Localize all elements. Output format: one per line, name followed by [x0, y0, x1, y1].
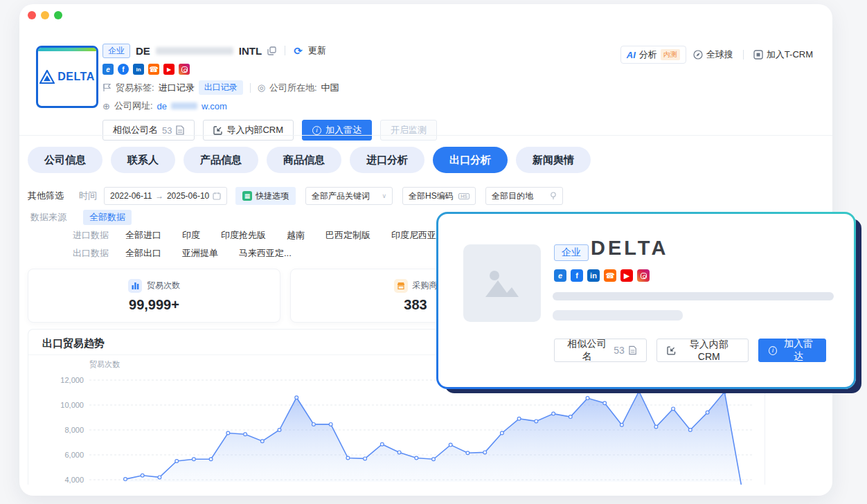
join-tcrm-button[interactable]: 加入T-CRM — [753, 48, 813, 61]
linkedin-icon[interactable]: in — [587, 269, 600, 282]
tab[interactable]: 进口分析 — [350, 147, 424, 173]
tab[interactable]: 出口分析 — [433, 147, 508, 173]
tab[interactable]: 公司信息 — [28, 147, 102, 173]
tab[interactable]: 联系人 — [111, 147, 175, 173]
import-data-label: 进口数据 — [73, 229, 109, 242]
company-name-masked — [156, 47, 233, 55]
data-source-row: 数据来源 全部数据 — [28, 208, 503, 226]
close-window-icon[interactable] — [28, 11, 36, 19]
buyers-value: 383 — [404, 297, 427, 313]
window-controls — [28, 11, 62, 19]
browser-icon[interactable]: e — [102, 64, 114, 75]
import-option[interactable]: 全部进口 — [125, 230, 161, 240]
quick-options-button[interactable]: ▦ 快捷选项 — [235, 187, 296, 205]
divider — [743, 50, 744, 60]
export-option[interactable]: 马来西亚定... — [239, 248, 292, 258]
company-header: 企业 DE INTL ⟳ 更新 e f in ☎ ▶ — [102, 42, 650, 141]
maximize-window-icon[interactable] — [54, 11, 62, 19]
company-logo: DELTA — [36, 46, 98, 108]
copy-icon[interactable] — [267, 46, 276, 55]
similar-companies-button[interactable]: 相似公司名 53 — [102, 120, 195, 141]
ai-analysis-button[interactable]: AI 分析 内测 — [620, 46, 686, 64]
page: DELTA 企业 DE INTL ⟳ 更新 e f in ☎ ▶ — [0, 0, 867, 504]
minimize-window-icon[interactable] — [41, 11, 49, 19]
date-range-picker[interactable]: 2022-06-11 → 2025-06-10 — [104, 187, 227, 205]
phone-icon[interactable]: ☎ — [604, 269, 616, 282]
import-option[interactable]: 印度 — [182, 230, 200, 240]
tab[interactable]: 产品信息 — [184, 147, 258, 173]
trade-label-title: 贸易标签: — [116, 82, 154, 94]
info-circle-icon: i — [769, 346, 777, 355]
import-option[interactable]: 印度抢先版 — [221, 230, 266, 240]
data-source-panel: 数据来源 全部数据 进口数据 全部进口印度印度抢先版越南巴西定制版印度尼西亚..… — [28, 208, 503, 262]
youtube-icon[interactable]: ▶ — [163, 64, 175, 75]
instagram-icon[interactable] — [179, 64, 190, 75]
other-filters-label[interactable]: 其他筛选 — [28, 190, 64, 202]
linkedin-icon[interactable]: in — [133, 64, 144, 75]
import-record-label: 进口记录 — [159, 82, 195, 94]
refresh-label[interactable]: 更新 — [308, 44, 326, 57]
compass-icon — [693, 50, 703, 60]
youtube-icon[interactable]: ▶ — [620, 269, 633, 282]
website-title: 公司网址: — [114, 100, 153, 112]
import-crm-button[interactable]: 导入内部CRM — [656, 339, 749, 362]
product-keyword-dropdown[interactable]: 全部产品关键词∨ — [305, 187, 393, 205]
document-icon — [176, 125, 184, 135]
global-search-button[interactable]: 全球搜 — [693, 48, 733, 61]
join-radar-button[interactable]: i 加入雷达 — [302, 120, 372, 141]
phone-icon[interactable]: ☎ — [148, 64, 159, 75]
website-link-tail[interactable]: w.com — [202, 101, 227, 111]
image-placeholder-icon — [463, 244, 541, 322]
time-label: 时间 — [79, 190, 97, 202]
export-option[interactable]: 全部出口 — [125, 248, 161, 258]
export-record-tag: 出口记录 — [199, 80, 243, 95]
beta-badge: 内测 — [661, 49, 680, 60]
browser-icon[interactable]: e — [554, 269, 566, 282]
store-icon — [394, 279, 408, 293]
import-option[interactable]: 越南 — [287, 230, 305, 240]
delta-triangle-icon — [39, 70, 55, 84]
location-title: 公司所在地: — [269, 82, 317, 94]
facebook-icon[interactable]: f — [118, 64, 129, 75]
tag-icon — [102, 83, 111, 92]
globe-icon: ⊕ — [102, 101, 110, 111]
import-crm-button[interactable]: 导入内部CRM — [203, 120, 294, 141]
popup-social-links: e f in ☎ ▶ — [554, 269, 650, 282]
svg-text:10,000: 10,000 — [60, 401, 84, 409]
hs-code-dropdown[interactable]: 全部HS编码HS — [402, 187, 476, 205]
chevron-down-icon: ∨ — [382, 192, 386, 199]
divider — [250, 83, 251, 93]
buyers-label: 采购商 — [413, 280, 438, 291]
import-option[interactable]: 巴西定制版 — [325, 230, 370, 240]
join-radar-button[interactable]: i 加入雷达 — [758, 339, 826, 362]
destination-dropdown[interactable]: 全部目的地 — [485, 187, 563, 205]
skeleton-line — [553, 292, 834, 300]
import-icon — [667, 346, 676, 355]
tcrm-icon — [753, 50, 763, 60]
export-data-row: 出口数据 全部出口亚洲提单马来西亚定... — [28, 244, 503, 262]
header-divider — [19, 135, 832, 136]
ai-logo: AI — [627, 50, 636, 60]
info-circle-icon: i — [312, 126, 321, 135]
tab[interactable]: 商品信息 — [267, 147, 341, 173]
website-link-prefix[interactable]: de — [157, 101, 167, 111]
instagram-icon[interactable] — [637, 269, 650, 282]
svg-text:12,000: 12,000 — [60, 376, 84, 384]
company-name-prefix: DE — [136, 45, 150, 57]
header-actions: 相似公司名 53 导入内部CRM i 加入雷达 开启监测 — [102, 120, 650, 141]
facebook-icon[interactable]: f — [571, 269, 583, 282]
logo-accent-strip — [38, 48, 96, 51]
start-monitor-button[interactable]: 开启监测 — [380, 120, 437, 141]
popup-body: 企业 DELTA e f in ☎ ▶ 相似公司名 53 导入 — [438, 214, 854, 387]
tab[interactable]: 新闻舆情 — [516, 147, 591, 173]
svg-text:8,000: 8,000 — [64, 426, 84, 434]
similar-companies-button[interactable]: 相似公司名 53 — [554, 339, 647, 362]
all-data-option[interactable]: 全部数据 — [83, 210, 132, 225]
pin-icon — [550, 192, 557, 200]
refresh-icon[interactable]: ⟳ — [294, 46, 303, 56]
popup-enterprise-tag: 企业 — [554, 244, 589, 261]
trade-count-card: 贸易次数 99,999+ — [28, 269, 280, 323]
company-name-tail: INTL — [239, 45, 262, 57]
trade-tags-row: 贸易标签: 进口记录 出口记录 ◎ 公司所在地: 中国 — [102, 80, 650, 95]
export-option[interactable]: 亚洲提单 — [182, 248, 218, 258]
